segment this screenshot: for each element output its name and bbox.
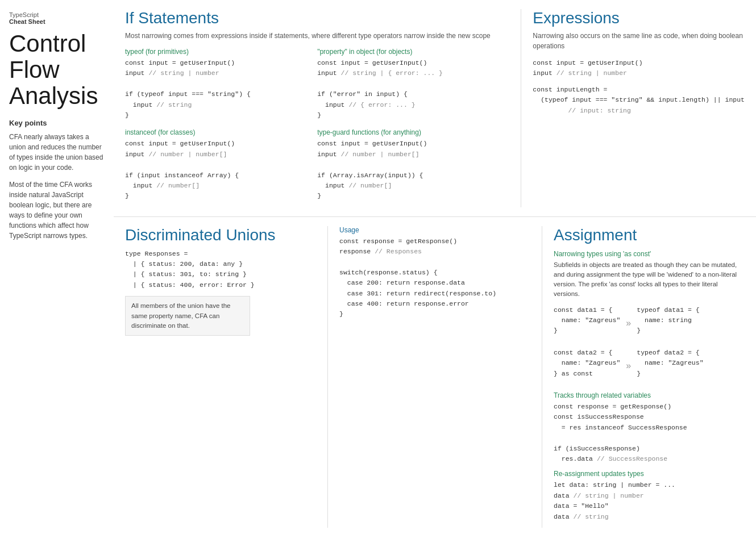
ts-label: TypeScript bbox=[9, 11, 105, 18]
key-points-text-1: CFA nearly always takes a union and redu… bbox=[9, 132, 105, 173]
reassign-label: Re-assignment updates types bbox=[554, 470, 745, 478]
arrow-right-1: » bbox=[626, 305, 631, 342]
data2-right: typeof data2 = { name: "Zagreus" } bbox=[637, 348, 703, 379]
instanceof-label: instanceof (for classes) bbox=[125, 128, 308, 136]
expressions-code1: const input = getUserInput() input // st… bbox=[533, 58, 745, 79]
expressions-code2-wrapper: const inputLength = (typeof input === "s… bbox=[533, 85, 745, 116]
data1-row: const data1 = { name: "Zagreus" } » type… bbox=[554, 305, 745, 342]
tracks-code: const response = getResponse() const isS… bbox=[554, 402, 745, 464]
tracks-label: Tracks through related variables bbox=[554, 391, 745, 399]
discriminated-section: Discriminated Unions type Responses = | … bbox=[114, 226, 327, 528]
typeof-col: typeof (for primitives) const input = ge… bbox=[125, 48, 317, 207]
key-points-heading: Key points bbox=[9, 119, 105, 127]
cheat-label: Cheat Sheet bbox=[9, 18, 105, 25]
data2-left: const data2 = { name: "Zagreus" } as con… bbox=[554, 348, 620, 379]
narrowing-label: Narrowing types using 'as const' bbox=[554, 250, 745, 258]
expressions-section: Expressions Narrowing also occurs on the… bbox=[521, 9, 756, 207]
property-label: "property" in object (for objects) bbox=[317, 48, 500, 56]
assignment-section: Assignment Narrowing types using 'as con… bbox=[542, 226, 756, 528]
discriminated-code-wrapper: type Responses = | { status: 200, data: … bbox=[125, 249, 316, 291]
typeof-label: typeof (for primitives) bbox=[125, 48, 308, 56]
data1-right: typeof data1 = { name: string } bbox=[637, 305, 699, 336]
narrowing-desc: Subfields in objects are treated as thou… bbox=[554, 260, 745, 299]
main-content: If Statements Most narrowing comes from … bbox=[114, 0, 756, 534]
expressions-title: Expressions bbox=[533, 9, 745, 27]
instanceof-subsection: instanceof (for classes) const input = g… bbox=[125, 128, 308, 201]
typeguard-subsection: type-guard functions (for anything) cons… bbox=[317, 128, 500, 201]
main-title: Control Flow Analysis bbox=[9, 31, 105, 110]
discriminated-title: Discriminated Unions bbox=[125, 226, 316, 244]
row-discriminated: Discriminated Unions type Responses = | … bbox=[114, 217, 756, 534]
typeguard-code: const input = getUserInput() input // nu… bbox=[317, 139, 500, 201]
if-statements-subtitle: Most narrowing comes from expressions in… bbox=[125, 31, 509, 41]
assignment-title: Assignment bbox=[554, 226, 745, 244]
typeguard-label: type-guard functions (for anything) bbox=[317, 128, 500, 136]
data1-left: const data1 = { name: "Zagreus" } bbox=[554, 305, 620, 336]
property-code: const input = getUserInput() input // st… bbox=[317, 58, 500, 120]
expressions-code2: const inputLength = (typeof input === "s… bbox=[533, 85, 745, 116]
discriminated-usage-code: const response = getResponse() response … bbox=[339, 236, 530, 320]
key-points-text-2: Most of the time CFA works inside natura… bbox=[9, 180, 105, 241]
property-col: "property" in object (for objects) const… bbox=[317, 48, 509, 207]
typeof-code: const input = getUserInput() input // st… bbox=[125, 58, 308, 120]
discriminated-usage-label: Usage bbox=[339, 226, 530, 234]
discriminated-usage-section: Usage const response = getResponse() res… bbox=[327, 226, 542, 528]
if-statements-title: If Statements bbox=[125, 9, 509, 27]
row-if-expressions: If Statements Most narrowing comes from … bbox=[114, 9, 756, 217]
sidebar: TypeScript Cheat Sheet Control Flow Anal… bbox=[0, 0, 114, 534]
if-statements-section: If Statements Most narrowing comes from … bbox=[114, 9, 521, 207]
discriminated-code: type Responses = | { status: 200, data: … bbox=[125, 249, 316, 291]
discriminated-callout-wrapper: All members of the union have the same p… bbox=[125, 296, 316, 336]
page-layout: TypeScript Cheat Sheet Control Flow Anal… bbox=[0, 0, 756, 534]
reassign-code: let data: string | number = ... data // … bbox=[554, 480, 745, 522]
discriminated-callout: All members of the union have the same p… bbox=[125, 296, 250, 336]
arrow-right-2: » bbox=[626, 348, 631, 385]
expressions-subtitle: Narrowing also occurs on the same line a… bbox=[533, 31, 745, 51]
if-statements-cols: typeof (for primitives) const input = ge… bbox=[125, 48, 509, 207]
data2-row: const data2 = { name: "Zagreus" } as con… bbox=[554, 348, 745, 385]
instanceof-code: const input = getUserInput() input // nu… bbox=[125, 139, 308, 201]
